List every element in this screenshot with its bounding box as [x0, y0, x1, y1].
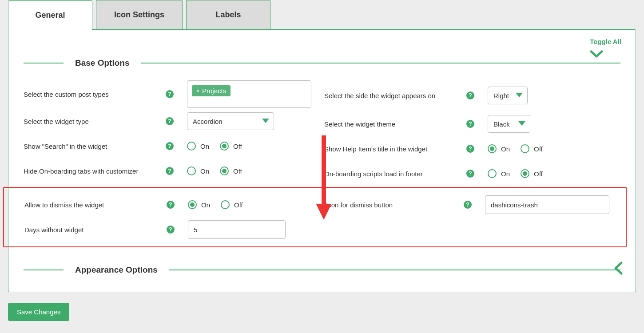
dismiss-icon-input[interactable]: dashicons-trash — [485, 195, 609, 214]
show-search-radio-group: On Off — [187, 142, 248, 151]
field-label: Icon for dismiss button — [326, 201, 464, 209]
section-header-base[interactable]: Base Options — [24, 58, 620, 68]
help-icon[interactable]: ? — [466, 91, 474, 99]
highlight-grid: Allow to dismiss the widget ? On Off Day… — [7, 192, 623, 242]
section-header-appearance[interactable]: Appearance Options — [24, 265, 620, 275]
col-right-hl: Icon for dismiss button ? dashicons-tras… — [326, 192, 623, 242]
col-right: Select the side the widget appears on ? … — [324, 79, 620, 186]
field-label: Days without widget — [24, 226, 167, 234]
row-show-title: Show Help Item's title in the widget ? O… — [324, 136, 620, 161]
section-title: Appearance Options — [75, 265, 158, 275]
select-value: Right — [493, 92, 509, 99]
tag-projects[interactable]: × Projects — [192, 85, 231, 96]
tab-general[interactable]: General — [8, 0, 92, 30]
help-icon[interactable]: ? — [166, 142, 174, 150]
tab-labels[interactable]: Labels — [186, 0, 270, 29]
chevron-down-icon — [590, 50, 621, 59]
rule-icon — [141, 63, 620, 63]
tab-icon-settings[interactable]: Icon Settings — [96, 0, 183, 29]
radio-label: On — [201, 201, 210, 209]
row-dismiss-icon: Icon for dismiss button ? dashicons-tras… — [326, 192, 623, 217]
scripts-footer-radio-group: On Off — [488, 169, 549, 178]
radio-label: Off — [233, 167, 242, 175]
row-scripts-footer: On-boarding scripts load in footer ? On … — [324, 161, 620, 186]
base-options-grid: Select the custom post types ? × Project… — [24, 79, 620, 186]
svg-marker-4 — [518, 121, 525, 126]
radio-label: On — [200, 143, 209, 150]
field-label: Show Help Item's title in the widget — [324, 145, 466, 153]
caret-down-icon — [262, 119, 269, 124]
widget-type-select[interactable]: Accordion — [187, 112, 274, 130]
post-types-tagbox[interactable]: × Projects — [187, 80, 311, 108]
widget-theme-select[interactable]: Black — [488, 115, 530, 133]
radio-on[interactable] — [488, 169, 497, 178]
col-left-hl: Allow to dismiss the widget ? On Off Day… — [24, 192, 322, 242]
radio-label: On — [200, 167, 209, 175]
row-allow-dismiss: Allow to dismiss the widget ? On Off — [24, 192, 322, 217]
select-value: Accordion — [193, 118, 223, 125]
radio-label: Off — [234, 201, 243, 209]
help-icon[interactable]: ? — [464, 201, 472, 209]
radio-label: Off — [534, 145, 543, 153]
radio-label: On — [501, 170, 510, 178]
row-show-search: Show "Search" in the widget ? On Off — [24, 134, 320, 159]
caret-down-icon — [516, 93, 523, 98]
help-icon[interactable]: ? — [167, 201, 175, 209]
row-days-without: Days without widget ? 5 — [24, 217, 322, 242]
help-icon[interactable]: ? — [166, 90, 174, 98]
help-icon[interactable]: ? — [466, 170, 474, 178]
save-button[interactable]: Save Changes — [8, 303, 69, 321]
field-label: Select the side the widget appears on — [324, 92, 466, 99]
radio-off[interactable] — [220, 166, 229, 175]
close-icon[interactable]: × — [196, 88, 199, 94]
radio-off[interactable] — [521, 169, 529, 178]
radio-on[interactable] — [488, 144, 497, 153]
row-widget-type: Select the widget type ? Accordion — [24, 109, 320, 134]
field-label: Select the widget type — [24, 118, 166, 125]
input-value: 5 — [194, 226, 197, 234]
toggle-all-label: Toggle All — [590, 38, 621, 45]
toggle-all-button[interactable]: Toggle All — [590, 38, 621, 59]
section-title: Base Options — [75, 58, 129, 68]
tab-bar: General Icon Settings Labels — [8, 0, 636, 29]
help-icon[interactable]: ? — [166, 117, 174, 125]
help-icon[interactable]: ? — [466, 145, 474, 153]
help-icon[interactable]: ? — [167, 226, 175, 234]
show-title-radio-group: On Off — [488, 144, 549, 153]
radio-off[interactable] — [220, 142, 229, 151]
radio-label: Off — [233, 143, 242, 150]
days-without-input[interactable]: 5 — [188, 220, 286, 239]
field-label: Select the widget theme — [324, 120, 466, 128]
caret-down-icon — [518, 121, 525, 127]
field-label: On-boarding scripts load in footer — [324, 170, 466, 178]
row-post-types: Select the custom post types ? × Project… — [24, 79, 320, 109]
radio-label: On — [501, 145, 510, 153]
field-label: Hide On-boarding tabs with customizer — [24, 167, 166, 175]
help-icon[interactable]: ? — [166, 167, 174, 175]
radio-off[interactable] — [221, 200, 230, 209]
rule-icon — [169, 270, 620, 270]
hide-onboarding-radio-group: On Off — [187, 166, 248, 175]
radio-on[interactable] — [187, 166, 196, 175]
widget-side-select[interactable]: Right — [488, 87, 528, 104]
rule-icon — [24, 63, 64, 63]
svg-marker-2 — [262, 119, 269, 123]
row-widget-theme: Select the widget theme ? Black — [324, 111, 620, 136]
field-label: Select the custom post types — [24, 91, 166, 98]
chevron-left-icon — [613, 262, 623, 275]
settings-panel: Toggle All Base Options Select the custo… — [8, 29, 636, 292]
select-value: Black — [493, 120, 510, 128]
svg-marker-3 — [516, 93, 523, 97]
col-left: Select the custom post types ? × Project… — [24, 79, 320, 186]
row-widget-side: Select the side the widget appears on ? … — [324, 79, 620, 111]
radio-off[interactable] — [521, 144, 529, 153]
radio-on[interactable] — [187, 142, 196, 151]
rule-icon — [24, 270, 64, 270]
radio-label: Off — [534, 170, 543, 178]
help-icon[interactable]: ? — [466, 120, 474, 128]
allow-dismiss-radio-group: On Off — [188, 200, 249, 209]
row-hide-onboarding: Hide On-boarding tabs with customizer ? … — [24, 159, 320, 183]
radio-on[interactable] — [188, 200, 197, 209]
field-label: Allow to dismiss the widget — [24, 201, 167, 209]
field-label: Show "Search" in the widget — [24, 143, 166, 150]
